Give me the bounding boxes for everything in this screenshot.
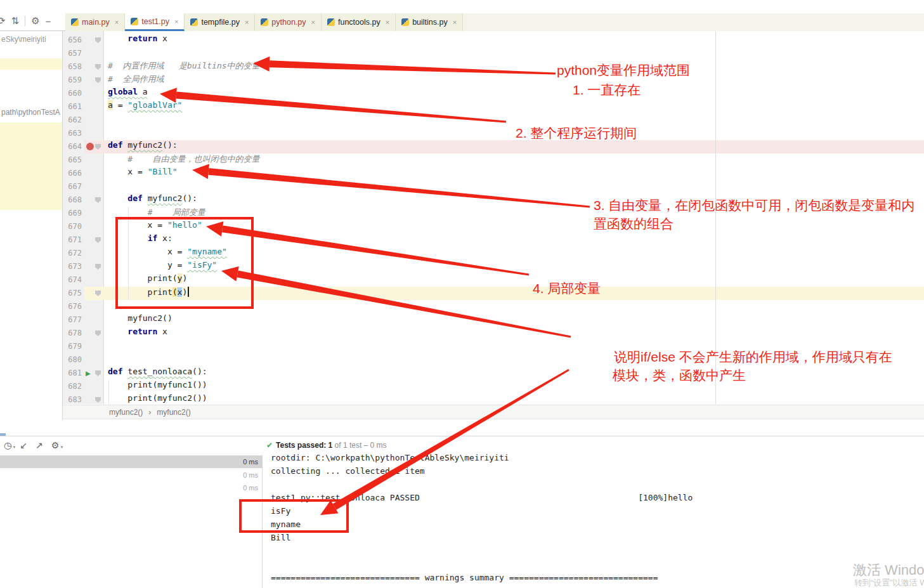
line-number: 674: [63, 273, 82, 287]
tab-label: builtins.py: [412, 18, 448, 27]
code-token: ():: [162, 140, 177, 150]
test-duration-row[interactable]: 0 ms: [0, 455, 262, 468]
code-token: x =: [108, 167, 148, 176]
code-token: ():: [192, 367, 207, 376]
code-line-656[interactable]: return x: [108, 34, 167, 47]
line-number: 681: [63, 367, 82, 380]
toolbar-divider: [25, 16, 25, 26]
code-token: [108, 34, 127, 43]
string-literal: "gloablVar": [127, 100, 182, 110]
line-number: 682: [63, 380, 82, 393]
code-token: myfunc2(): [108, 313, 172, 323]
settings-gear-icon[interactable]: ⚙: [31, 15, 39, 27]
line-number: 656: [63, 34, 82, 47]
dropdown-caret-icon: ▾: [13, 441, 16, 453]
string-literal: "Bill": [148, 167, 178, 176]
code-line-668[interactable]: def myfunc2():: [108, 193, 197, 207]
close-icon[interactable]: ×: [386, 18, 389, 26]
breakpoint-icon[interactable]: [86, 143, 94, 150]
code-token: # 内置作用域 是builtins中的变量: [108, 61, 260, 70]
code-line-660[interactable]: global a: [108, 87, 148, 100]
note-1-always-exists: 1. 一直存在: [573, 81, 641, 99]
line-number: 672: [63, 247, 82, 260]
breadcrumb-item[interactable]: myfunc2(): [109, 408, 143, 417]
code-line-683[interactable]: print(myfunc2()): [108, 393, 207, 404]
tab-python.py[interactable]: python.py×: [255, 13, 322, 31]
import-results-icon[interactable]: ↙: [20, 440, 27, 451]
code-line-677[interactable]: myfunc2(): [108, 313, 172, 327]
code-line-678[interactable]: return x: [108, 327, 167, 340]
line-number: 660: [63, 87, 82, 100]
console-line: test1.py::test_nonloaca PASSED [100%]hel…: [263, 493, 924, 506]
dropdown-caret-icon: ▾: [61, 441, 63, 453]
console-line: [263, 546, 924, 559]
pycharm-window: ⟳⇅⚙− main.py×test1.py×tempfile.py×python…: [0, 0, 924, 588]
code-token: a: [108, 100, 113, 110]
close-icon[interactable]: ×: [453, 18, 457, 26]
line-number: 680: [63, 353, 82, 367]
code-line-665[interactable]: # 自由变量，也叫闭包中的变量: [108, 154, 259, 167]
collapse-all-icon[interactable]: ⇅: [11, 15, 20, 27]
code-line-664[interactable]: def myfunc2():: [108, 140, 178, 154]
console-line: Bill: [263, 533, 924, 546]
editor-tab-bar: ⟳⇅⚙− main.py×test1.py×tempfile.py×python…: [0, 0, 924, 31]
line-number: 677: [63, 313, 82, 327]
code-token: x: [157, 34, 167, 43]
close-icon[interactable]: ×: [115, 18, 119, 26]
note-2-whole-program: 2. 整个程序运行期间: [516, 124, 637, 142]
test-settings-gear-icon[interactable]: ⚙▾: [51, 440, 60, 451]
tab-functools.py[interactable]: functools.py×: [322, 13, 396, 31]
close-icon[interactable]: ×: [174, 18, 178, 25]
code-token: print(myfunc1()): [108, 380, 207, 389]
close-icon[interactable]: ×: [311, 18, 315, 26]
hide-panel-icon[interactable]: −: [46, 16, 51, 27]
code-line-658[interactable]: # 内置作用域 是builtins中的变量: [108, 60, 260, 74]
code-token: return: [127, 34, 157, 43]
run-test-icon[interactable]: ▶: [86, 370, 91, 377]
code-token: [108, 154, 127, 164]
code-token: def: [127, 193, 142, 203]
tab-label: functools.py: [338, 18, 381, 27]
note-3-free-var-line1: 3. 自由变量，在闭包函数中可用，闭包函数是变量和内: [594, 197, 914, 214]
line-number: 670: [63, 220, 82, 233]
recent-history-icon[interactable]: ⟳: [0, 15, 6, 27]
tab-main.py[interactable]: main.py×: [65, 13, 125, 31]
code-line-682[interactable]: print(myfunc1()): [108, 380, 207, 393]
console-line: isFy: [263, 506, 924, 519]
code-token: myfunc2: [148, 193, 183, 203]
line-number: 678: [63, 327, 82, 340]
line-number: 666: [63, 167, 82, 180]
code-line-659[interactable]: # 全局作用域: [108, 74, 164, 87]
tests-passed-detail: of 1 test – 0 ms: [332, 441, 386, 450]
tab-builtins.py[interactable]: builtins.py×: [396, 13, 463, 31]
line-number: 667: [63, 180, 82, 193]
console-line: ============================== warnings …: [263, 573, 924, 586]
console-line: collecting ... collected 1 item: [263, 466, 924, 480]
tab-strip: main.py×test1.py×tempfile.py×python.py×f…: [65, 13, 924, 31]
tab-label: main.py: [82, 18, 110, 27]
test-duration-row[interactable]: 0 ms: [0, 469, 262, 481]
history-clock-icon[interactable]: ◷▾: [4, 440, 11, 451]
code-token: [108, 207, 148, 217]
code-token: [108, 327, 127, 336]
code-token: # 自由变量，也叫闭包中的变量: [127, 154, 259, 164]
note-4-local-var: 4. 局部变量: [533, 280, 601, 297]
code-token: x: [157, 327, 167, 336]
export-results-icon[interactable]: ↗: [36, 440, 43, 451]
close-icon[interactable]: ×: [245, 18, 249, 26]
test-duration-row[interactable]: 0 ms: [0, 481, 262, 494]
code-line-666[interactable]: x = "Bill": [108, 167, 178, 180]
python-file-icon: [71, 18, 79, 26]
python-file-icon: [261, 18, 268, 26]
code-token: global: [108, 87, 138, 96]
line-number: 671: [63, 233, 82, 247]
code-line-661[interactable]: a = "gloablVar": [108, 100, 182, 114]
code-line-681[interactable]: def test_nonloaca():: [108, 367, 207, 380]
tab-test1.py[interactable]: test1.py×: [125, 13, 185, 31]
breadcrumb-item[interactable]: myfunc2(): [157, 408, 190, 417]
code-token: =: [113, 100, 127, 110]
tab-tempfile.py[interactable]: tempfile.py×: [185, 13, 255, 31]
console-line: [263, 480, 924, 493]
line-number: 679: [63, 340, 82, 353]
code-token: ():: [182, 193, 197, 203]
